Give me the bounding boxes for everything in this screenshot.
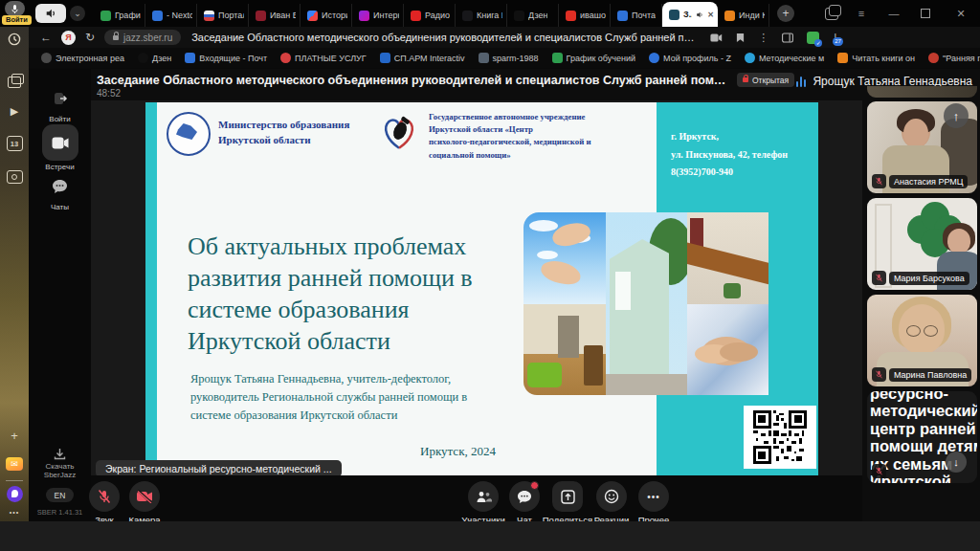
photo-playroom [523,304,606,395]
window-minimize-button[interactable]: — [882,6,905,21]
bookmark-favicon [649,53,659,63]
browser-tab[interactable]: Инди К [718,4,769,27]
browser-tab[interactable]: Дзен [507,4,559,27]
address-bar[interactable]: jazz.sber.ru [104,30,181,45]
participant-tile[interactable]: Марина Павловна [867,295,977,386]
toolbar-more-icon[interactable]: ⋮ [758,32,768,44]
browser-tab[interactable]: Почта [611,4,662,27]
language-label: EN [46,488,75,502]
ministry-emblem [167,112,211,156]
bookmark-label: СП.АРМ Interactiv [394,54,465,63]
downloads-icon[interactable]: ⭣27 [833,32,837,44]
jazz-login-label: Войти [29,115,91,123]
bookmark-item[interactable]: Входящие - Почт [178,53,274,63]
tab-label: Истори [322,11,347,20]
bookmark-item[interactable]: Дзен [131,53,178,63]
bookmark-item[interactable]: sparm-1988 [472,53,546,63]
bookmark-item[interactable]: График обучений [546,53,642,63]
download-label-line2: SberJazz [29,471,91,479]
bookmark-label: "Ранняя помощ [943,54,980,63]
bookmark-favicon [41,53,52,63]
bookmark-label: График обучений [567,54,635,63]
tab-favicon [204,11,214,21]
jazz-chats-item[interactable]: Чаты [29,172,91,211]
bookmark-favicon [479,53,489,63]
history-icon[interactable] [0,33,29,46]
bookmark-item[interactable]: Читать книги он [831,53,922,63]
browser-tab-active[interactable]: З.. ✕ [662,2,718,27]
download-icon [54,448,66,460]
browser-tab[interactable]: График [94,4,145,27]
sound-menu-chevron[interactable]: ⌄ [70,6,85,21]
bookmarks-bar: Электронная реа Дзен Входящие - Почт ПЛА… [29,48,980,68]
window-close-button[interactable]: ✕ [949,6,972,21]
browser-tab[interactable]: Портал [197,4,249,27]
extension-adguard-icon[interactable] [807,32,819,44]
sidebar-panel-icon[interactable] [782,33,793,43]
scroll-up-button[interactable]: ↑ [944,103,969,128]
chat-icon [509,481,540,512]
bookmark-label: sparm-1988 [493,54,539,63]
more-dots-icon: ••• [638,481,669,512]
browser-tab[interactable]: - Nextc [145,4,197,27]
alice-assistant-icon[interactable] [0,486,29,502]
jazz-sidebar: Войти Встречи Чаты Скачать SberJazz EN S… [29,69,91,521]
tab-sound-button[interactable] [35,4,66,23]
browser-tab[interactable]: Радио [404,4,456,27]
new-tab-button[interactable]: + [777,5,794,22]
tab-panels-icon[interactable] [825,8,838,20]
tab-favicon [100,11,111,21]
tab-label: Иван Е [270,11,296,20]
meeting-title: Заседание Областного методического объед… [97,74,730,87]
bookmark-item[interactable]: "Ранняя помощ [922,53,980,63]
tab-close-icon[interactable]: ✕ [707,11,714,19]
badge-label: Открытая [752,76,789,85]
profile-icon[interactable]: Я [61,31,76,45]
mic-muted-icon [872,174,886,188]
org-heart-logo [379,113,419,153]
meeting-open-badge[interactable]: Открытая [737,73,794,87]
reload-button[interactable]: ↻ [85,31,95,44]
bookmark-item[interactable]: Электронная реа [34,53,131,63]
window-restore-button[interactable] [921,9,930,18]
camera-button[interactable]: Камера [115,481,174,525]
jazz-meetings-item[interactable]: Встречи [29,124,91,171]
browser-tab[interactable]: Интерн [352,4,404,27]
back-button[interactable]: ← [40,31,52,44]
bookmark-item[interactable]: ПЛАТНЫЕ УСЛУГ [274,53,373,63]
browser-tab[interactable]: Иван Е [249,4,301,27]
browser-side-strip: ▶ 13 + ✉ ••• [0,27,29,521]
mail-icon[interactable]: ✉ [0,457,29,471]
browser-tab[interactable]: ивашо [559,4,611,27]
participant-tile[interactable]: Мария Барсукова [867,198,977,290]
browser-tab[interactable]: Истори [301,4,352,27]
tab-favicon [514,11,524,21]
download-sberjazz-item[interactable]: Скачать SberJazz [29,448,91,479]
participant-tile-partial[interactable] [867,86,977,98]
bookmark-flag-icon[interactable] [736,33,745,43]
bookmark-label: ПЛАТНЫЕ УСЛУГ [295,54,367,63]
calendar-icon[interactable]: 13 [0,136,29,151]
share-screen-icon [552,481,583,512]
strip-more-icon[interactable]: ••• [0,509,29,516]
tab-groups-icon[interactable] [0,77,29,88]
scroll-down-button[interactable]: ↓ [946,452,967,473]
camera-in-use-icon[interactable] [710,33,723,42]
bookmark-item[interactable]: Мой профиль - Z [642,53,738,63]
more-button[interactable]: ••• Прочее [624,481,683,525]
screenshot-icon[interactable] [0,170,29,184]
add-panel-icon[interactable]: + [0,429,29,443]
video-panel-icon[interactable]: ▶ [0,105,29,118]
jazz-login-item[interactable]: Войти [29,84,91,123]
tab-favicon [462,11,473,21]
bookmark-item[interactable]: СП.АРМ Interactiv [373,53,472,63]
org-name: Государственное автономное учреждение Ир… [429,111,651,162]
voice-assistant-button[interactable] [5,1,25,16]
browser-tab[interactable]: Книга Е [456,4,507,27]
tab-label: Инди К [739,11,765,20]
participant-name: Марина Павловна [889,368,971,382]
browser-login-badge[interactable]: Войти [2,15,32,25]
bookmark-item[interactable]: Методические м [738,53,831,63]
browser-menu-button[interactable]: ≡ [850,6,873,21]
tab-label: Почта [632,11,656,20]
